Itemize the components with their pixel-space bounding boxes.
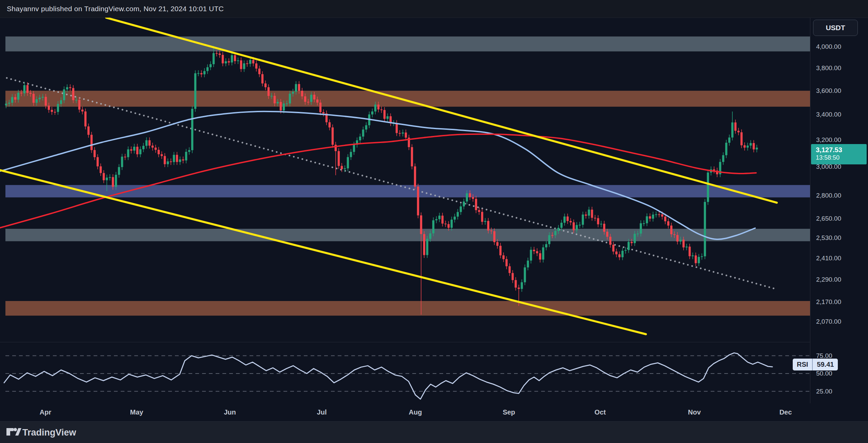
price-tick-3200: 3,200.00: [816, 136, 841, 144]
rsi-badge: RSI 59.41: [793, 359, 838, 370]
price-axis-border: [810, 18, 810, 403]
month-label-apr: Apr: [40, 408, 51, 416]
price-tick-4000: 4,000.00: [816, 43, 841, 51]
tradingview-screenshot: Shayannv published on TradingView.com, N…: [0, 0, 868, 443]
zone-resistance-4000: [5, 37, 810, 52]
month-label-dec: Dec: [780, 408, 792, 416]
month-label-sep: Sep: [503, 408, 515, 416]
tradingview-brand-text: TradingView: [22, 427, 76, 438]
month-label-jul: Jul: [317, 408, 327, 416]
tradingview-logo-icon[interactable]: [6, 428, 22, 437]
time-axis[interactable]: AprMayJunJulAugSepOctNovDec: [0, 403, 868, 421]
ma-blue-line[interactable]: [0, 112, 755, 239]
month-label-oct: Oct: [594, 408, 606, 416]
price-tick-2530: 2,530.00: [816, 234, 841, 242]
rsi-tick-25: 25.00: [816, 388, 832, 395]
pane-divider[interactable]: [0, 342, 810, 342]
rsi-label: RSI: [793, 359, 812, 370]
last-price-value: 3,127.53: [816, 146, 867, 154]
zone-support-2530: [5, 229, 810, 241]
price-tick-2290: 2,290.00: [816, 276, 841, 283]
price-chart-canvas[interactable]: [0, 18, 868, 423]
price-tick-3600: 3,600.00: [816, 87, 841, 95]
header-bar: Shayannv published on TradingView.com, N…: [0, 0, 868, 18]
price-tick-2170: 2,170.00: [816, 298, 841, 306]
rsi-tick-50: 50.00: [816, 370, 832, 377]
price-tick-3400: 3,400.00: [816, 111, 841, 118]
currency-toggle-button[interactable]: USDT: [813, 20, 858, 36]
publish-caption: Shayannv published on TradingView.com, N…: [7, 5, 224, 13]
chart-area[interactable]: USDT 4,000.003,800.003,600.003,400.003,2…: [0, 18, 868, 423]
zone-supply-3600: [5, 91, 810, 107]
candle-countdown: 13:58:50: [816, 154, 867, 161]
footer-bar: TradingView: [0, 421, 868, 443]
rsi-value: 59.41: [813, 359, 838, 370]
price-tick-2410: 2,410.00: [816, 255, 841, 262]
last-price-badge: 3,127.53 13:58:50: [811, 144, 867, 164]
price-tick-2650: 2,650.00: [816, 215, 841, 222]
candlesticks[interactable]: [5, 46, 758, 315]
zone-demand-2170: [5, 301, 810, 316]
price-tick-3800: 3,800.00: [816, 64, 841, 72]
month-label-may: May: [130, 408, 143, 416]
month-label-aug: Aug: [409, 408, 422, 416]
month-label-jun: Jun: [224, 408, 236, 416]
rsi-line[interactable]: [4, 353, 772, 399]
month-label-nov: Nov: [688, 408, 701, 416]
price-tick-2070: 2,070.00: [816, 318, 841, 325]
price-tick-2800: 2,800.00: [816, 192, 841, 199]
dotted-trendline[interactable]: [7, 78, 775, 289]
